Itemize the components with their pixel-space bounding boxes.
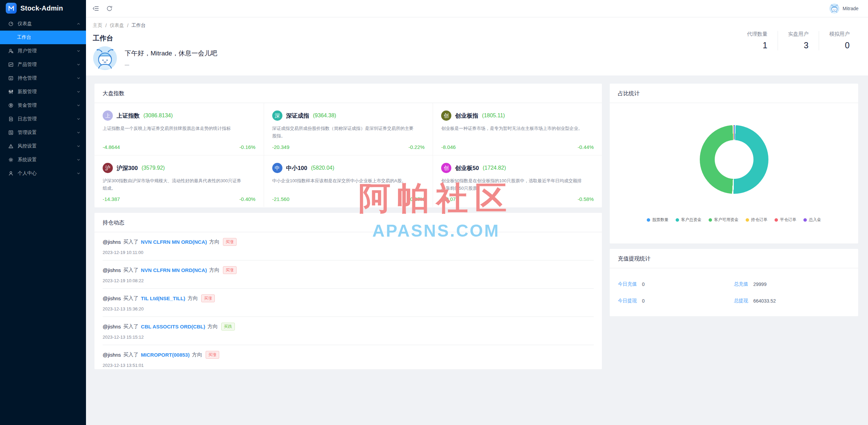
legend-item-available-funds[interactable]: 客户可用资金 [709,217,739,223]
user-menu[interactable]: Mitrade [829,3,858,14]
market-index-title: 大盘指数 [94,84,602,103]
log-manage-icon [8,116,14,122]
legend-item-stock-count[interactable]: 股票数量 [647,217,669,223]
chevron-down-icon [76,117,81,121]
positions-list: @jishns买入了NVN CLFRN MN ORD(NCA)方向买涨 2023… [94,232,602,373]
stat-agent-count: 代理数量 1 [737,31,778,50]
app-logo-icon [6,3,17,14]
topbar: Mitrade [86,0,868,17]
position-user: @jishns [103,295,121,301]
breadcrumb-home[interactable]: 主页 [93,22,102,29]
direction-tag: 买涨 [201,294,215,302]
position-stock-link[interactable]: CBL ASSOCITS ORD(CBL) [141,324,205,329]
position-action: 买入了 [123,239,139,245]
breadcrumb-dashboard[interactable]: 仪表盘 [110,22,124,29]
position-user: @jishns [103,239,121,245]
index-description: 深证成指交易所成份股价指数（简称深证成指）是深圳证券交易所的主要股指。 [272,125,425,140]
position-user: @jishns [103,324,121,329]
legend-item-total-deposit[interactable]: 总入金 [803,217,821,223]
chevron-down-icon [76,131,81,135]
sidebar-menu: 仪表盘 工作台 用户管理 产品管理 持仓管理 新股管理 资金管理 [0,17,86,180]
breadcrumb-separator: / [127,23,128,28]
index-description: 上证指数是一个反映上海证券交易所挂牌股票总体走势的统计指标 [103,125,256,132]
stat-label: 代理数量 [747,31,767,37]
today-withdraw-value: 0 [642,298,645,304]
index-percent: -0.22% [409,144,425,150]
dashboard-icon [8,21,14,27]
sidebar-item-label: 新股管理 [18,89,37,95]
stat-value: 3 [788,40,809,50]
position-action: 买入了 [123,295,139,302]
position-direction-label: 方向 [188,295,198,302]
user-manage-icon [8,48,14,54]
refresh-icon[interactable] [106,5,113,12]
chevron-down-icon [76,49,81,53]
ratio-stats-title: 占比统计 [610,84,858,103]
sidebar-item-position-management[interactable]: 持仓管理 [0,71,86,85]
position-direction-label: 方向 [192,352,202,358]
position-stock-link[interactable]: NVN CLFRN MN ORD(NCA) [141,267,207,273]
chevron-down-icon [76,90,81,94]
sidebar-item-label: 资金管理 [18,102,37,108]
position-stock-link[interactable]: MICROPORT(00853) [141,352,190,358]
sidebar: Stock-Admin 仪表盘 工作台 用户管理 产品管理 持仓管理 新股管理 [0,0,86,425]
sidebar-item-risk-settings[interactable]: 风控设置 [0,139,86,153]
index-value: (1805.11) [482,113,505,119]
position-time: 2023-12-19 10:08:22 [103,278,594,283]
position-row: @jishns买入了NVN CLFRN MN ORD(NCA)方向买涨 2023… [103,232,594,260]
market-index-grid: 上上证指数(3086.8134) 上证指数是一个反映上海证券交易所挂牌股票总体走… [94,103,602,207]
sidebar-item-funds-management[interactable]: 资金管理 [0,99,86,112]
sidebar-item-system-settings[interactable]: 系统设置 [0,153,86,167]
chevron-down-icon [76,63,81,67]
sidebar-item-label: 日志管理 [18,116,37,122]
sidebar-item-label: 工作台 [17,34,31,40]
legend-item-closed-orders[interactable]: 平仓订单 [775,217,796,223]
index-percent: -0.16% [239,144,256,150]
index-change: -20.349 [272,144,290,150]
breadcrumb-current: 工作台 [132,22,146,29]
recharge-stats-title: 充值提现统计 [610,249,858,268]
total-withdraw-label: 总提现 [734,298,748,304]
total-recharge-value: 29999 [753,282,767,287]
index-name: 创业板50 [455,164,479,172]
legend-item-total-funds[interactable]: 客户总资金 [676,217,701,223]
index-value: (3579.92) [141,165,165,171]
sidebar-item-label: 产品管理 [18,62,37,68]
stat-value: 0 [829,40,850,50]
index-percent: -0.40% [239,196,256,202]
recharge-row: 今日充值0 总充值29999 [618,276,850,292]
index-change: -8.046 [441,144,456,150]
position-user: @jishns [103,352,121,358]
direction-tag: 买跌 [221,323,235,330]
index-badge: 中 [272,163,282,173]
index-badge: 上 [103,111,113,121]
greeting-subtext: — [125,62,217,67]
direction-tag: 买涨 [223,238,237,246]
sidebar-item-profile[interactable]: 个人中心 [0,167,86,180]
legend-label: 总入金 [809,217,821,223]
app-logo[interactable]: Stock-Admin [0,0,86,16]
index-value: (5820.04) [311,165,334,171]
sidebar-item-label: 个人中心 [18,170,37,176]
sidebar-item-ipo-management[interactable]: 新股管理 [0,85,86,99]
sidebar-item-dashboard[interactable]: 仪表盘 [0,17,86,31]
product-manage-icon [8,62,14,67]
index-description: 中小企业100指数样本应该都是在深交所中小企业板上市交易的A股。 [272,177,425,185]
index-percent: -0.44% [577,144,594,150]
header-stats: 代理数量 1 实盘用户 3 模拟用户 0 [737,31,860,50]
sidebar-item-user-management[interactable]: 用户管理 [0,44,86,58]
page-header: 主页 / 仪表盘 / 工作台 工作台 下午好，Mitrade，休息一会儿吧 — … [86,17,868,75]
sidebar-item-admin-settings[interactable]: 管理设置 [0,126,86,139]
sidebar-item-product-management[interactable]: 产品管理 [0,58,86,71]
position-stock-link[interactable]: NVN CLFRN MN ORD(NCA) [141,239,207,245]
sidebar-item-log-management[interactable]: 日志管理 [0,112,86,126]
index-change: -4.8644 [103,144,120,150]
stat-demo-users: 模拟用户 0 [819,31,860,50]
sidebar-item-label: 管理设置 [18,130,37,136]
legend-dot [746,218,749,222]
menu-fold-icon[interactable] [92,5,99,12]
sidebar-item-workbench[interactable]: 工作台 [0,31,86,44]
legend-item-open-orders[interactable]: 持仓订单 [746,217,767,223]
index-change: -14.387 [103,196,120,202]
position-stock-link[interactable]: TIL Ltd(NSE_TILL) [141,295,186,301]
